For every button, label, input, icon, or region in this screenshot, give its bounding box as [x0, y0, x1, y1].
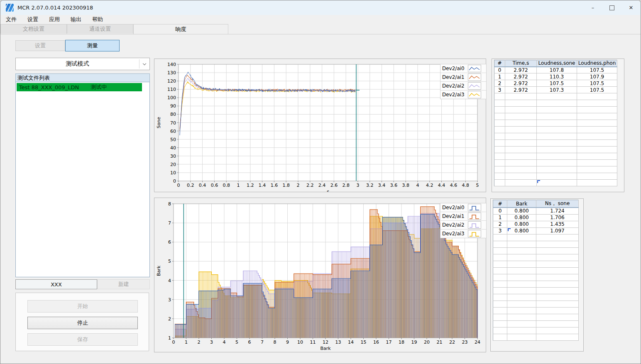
legend-label: Dev2/ai3 [440, 92, 468, 98]
table-cell [505, 140, 537, 147]
menu-item-0[interactable]: 文件 [0, 15, 22, 24]
table-row[interactable] [493, 281, 579, 287]
svg-text:3.6: 3.6 [390, 183, 398, 188]
table-cell [494, 113, 505, 120]
table-row[interactable] [494, 93, 617, 100]
table-row[interactable]: 30.8001.097 [493, 227, 579, 234]
table-cell [536, 300, 579, 307]
menu-item-3[interactable]: 输出 [65, 15, 87, 24]
table-cell: 0.800 [507, 221, 536, 227]
table-cell [536, 307, 579, 314]
svg-text:2.4: 2.4 [318, 183, 326, 188]
menu-item-4[interactable]: 帮助 [87, 15, 108, 24]
table-row[interactable] [493, 267, 579, 274]
start-button[interactable]: 开始 [27, 300, 138, 313]
table-row[interactable] [493, 241, 579, 247]
table-row[interactable]: 20.8001.435 [493, 221, 579, 227]
svg-text:70: 70 [170, 120, 176, 126]
table-row[interactable] [494, 100, 617, 107]
table-cell: 0 [494, 67, 505, 73]
table-row[interactable] [493, 334, 579, 340]
table-row[interactable] [494, 173, 617, 180]
table-cell [577, 100, 617, 107]
stop-button[interactable]: 停止 [27, 317, 138, 329]
table-row[interactable] [494, 180, 617, 186]
table-row[interactable] [494, 140, 617, 147]
loudness-time-chart: 00.20.40.60.811.21.41.61.822.22.42.62.83… [154, 59, 486, 192]
table-cell [536, 261, 579, 267]
save-button[interactable]: 保存 [27, 333, 138, 346]
loudness-time-plot: 00.20.40.60.811.21.41.61.822.22.42.62.83… [154, 59, 486, 192]
table-row[interactable] [493, 287, 579, 294]
table-row[interactable] [493, 261, 579, 267]
table-cell [537, 100, 577, 107]
table-cell: 107.5 [577, 67, 617, 73]
minimize-button[interactable]: – [583, 0, 602, 15]
tab-1[interactable]: 通道设置 [67, 24, 133, 34]
legend-line-icon [468, 91, 481, 98]
xxx-button[interactable]: XXX [15, 279, 97, 289]
table-cell [505, 173, 537, 180]
table-cell [507, 281, 536, 287]
table-row[interactable] [493, 254, 579, 261]
table-row[interactable] [494, 127, 617, 133]
tab-2[interactable]: 响度 [133, 24, 228, 34]
table-row[interactable]: 00.8001.724 [493, 208, 579, 214]
svg-text:9: 9 [286, 340, 289, 345]
table-row[interactable] [494, 113, 617, 120]
new-button[interactable]: 新建 [97, 279, 150, 289]
table-row[interactable] [493, 320, 579, 327]
table-row[interactable] [494, 147, 617, 153]
menu-item-2[interactable]: 应用 [44, 15, 65, 24]
table-cell [505, 127, 537, 133]
test-file-item[interactable]: Test 88_XXX_009_LDN测试中 [17, 83, 142, 91]
close-button[interactable]: ✕ [621, 0, 641, 15]
table-row[interactable]: 12.972110.3107.9 [494, 73, 617, 80]
chevron-down-icon[interactable] [139, 59, 149, 68]
table-row[interactable]: 32.972107.3107.5 [494, 87, 617, 93]
svg-text:5: 5 [476, 183, 479, 188]
maximize-button[interactable] [602, 0, 621, 15]
view-button-measure[interactable]: 测量 [65, 40, 120, 51]
table-cell [507, 247, 536, 254]
svg-text:3: 3 [210, 340, 213, 345]
table-row[interactable] [493, 274, 579, 281]
table-row[interactable] [494, 120, 617, 127]
table-row[interactable] [494, 107, 617, 113]
table-row[interactable] [493, 300, 579, 307]
svg-text:2: 2 [168, 316, 171, 322]
table-cell: 2.972 [505, 80, 537, 87]
view-button-settings[interactable]: 设置 [15, 40, 65, 51]
column-header: # [494, 60, 505, 67]
table-row[interactable]: 10.8001.706 [493, 214, 579, 221]
svg-text:2.8: 2.8 [342, 183, 350, 188]
table-cell: 3 [494, 87, 505, 93]
table-row[interactable] [493, 307, 579, 314]
table-cell [493, 287, 507, 294]
svg-text:11: 11 [310, 340, 316, 345]
table-row[interactable] [494, 160, 617, 166]
table-row[interactable]: 22.972107.5107.5 [494, 80, 617, 87]
table-cell [505, 113, 537, 120]
test-mode-dropdown[interactable]: 测试模式 [15, 58, 150, 70]
app-window: MCR 2.07.0.014 202300918 – ✕ 文件设置应用输出帮助 … [0, 0, 641, 364]
table-cell [537, 180, 577, 186]
table-row[interactable] [494, 153, 617, 160]
table-row[interactable] [493, 314, 579, 320]
table-row[interactable]: 02.972107.8107.5 [494, 67, 617, 73]
table-row[interactable] [493, 247, 579, 254]
table-cell [536, 294, 579, 300]
table-cell [537, 147, 577, 153]
table-row[interactable] [493, 234, 579, 241]
svg-text:23: 23 [462, 340, 468, 345]
menu-item-1[interactable]: 设置 [22, 15, 44, 24]
file-list-header: 测试文件列表 [15, 73, 150, 82]
table-row[interactable] [494, 166, 617, 173]
table-cell [536, 327, 579, 334]
tab-0[interactable]: 文档设置 [0, 24, 67, 34]
test-file-list[interactable]: Test 88_XXX_009_LDN测试中 [15, 82, 150, 277]
table-row[interactable] [494, 133, 617, 140]
table-row[interactable] [493, 294, 579, 300]
table-row[interactable] [493, 327, 579, 334]
legend-bar-icon [468, 213, 481, 220]
